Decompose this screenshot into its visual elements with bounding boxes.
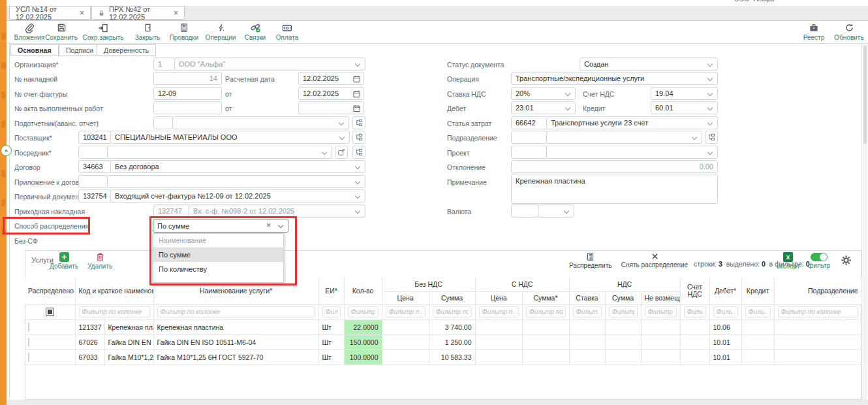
filter-price2-input[interactable] <box>479 306 519 317</box>
accountable-name-field[interactable] <box>172 116 349 129</box>
add-row-button[interactable]: Добавить <box>50 252 78 270</box>
chevron-down-icon[interactable] <box>339 120 344 125</box>
tab-usl-document[interactable]: УСЛ №14 от 12.02.2025 × <box>9 6 91 20</box>
project-name-field[interactable] <box>546 146 718 159</box>
tab-prh-document[interactable]: ПРХ №42 от 12.02.2025 × <box>91 6 185 20</box>
act-no-field[interactable] <box>153 101 222 114</box>
tab-signatures[interactable]: Подписи <box>59 44 101 56</box>
tab-power-of-attorney[interactable]: Доверенность <box>97 44 156 56</box>
links-button[interactable]: Связки <box>239 22 271 41</box>
operations-button[interactable]: Операции <box>202 22 239 41</box>
calendar-icon[interactable] <box>353 105 360 112</box>
filter-debit-input[interactable] <box>713 306 738 317</box>
delete-row-button[interactable]: Удалить <box>87 252 112 270</box>
org-name-field[interactable]: ООО "Альфа" <box>174 57 365 71</box>
refresh-button[interactable]: Обновить <box>831 22 867 41</box>
invoice-no-field[interactable]: 14 <box>153 72 222 85</box>
department-code-field[interactable] <box>511 131 547 144</box>
payment-button[interactable]: Оплата <box>271 22 303 41</box>
filter-price1-input[interactable] <box>386 306 426 317</box>
postings-button[interactable]: Проводки <box>166 22 202 41</box>
debit-field[interactable]: 23.01 <box>511 101 576 114</box>
row-checkbox[interactable] <box>28 338 29 347</box>
filter-credit-input[interactable] <box>745 306 771 317</box>
vat-account-field[interactable]: 19.04 <box>651 87 718 100</box>
act-date-field[interactable] <box>298 101 364 114</box>
grid-settings-button[interactable] <box>841 255 852 266</box>
supplier-code-field[interactable]: 103241 <box>78 131 111 144</box>
table-row[interactable]: 121337 Крепежная пластина Крепежная плас… <box>25 319 861 334</box>
annex-code-field[interactable] <box>78 175 108 188</box>
note-textarea[interactable]: Крепежная пластина <box>511 174 718 204</box>
primary-doc-name-field[interactable]: Входящий счет-фактура №12-09 от 12.02.20… <box>110 189 365 202</box>
primary-doc-code-field[interactable]: 132754 <box>78 189 111 202</box>
operation-field[interactable]: Транспортные/экспедиционные услуги <box>511 72 718 85</box>
sf-date-field[interactable]: 12.02.2025 <box>298 87 364 100</box>
contract-name-field[interactable]: Без договора <box>110 160 365 173</box>
filter-name-input[interactable] <box>157 306 315 317</box>
chevron-down-icon[interactable] <box>355 208 360 214</box>
chevron-down-icon[interactable] <box>564 208 569 214</box>
save-button[interactable]: Сохранить <box>46 22 77 41</box>
sidebar-icon[interactable] <box>1 33 6 40</box>
close-icon[interactable]: × <box>80 10 84 16</box>
org-code-field[interactable]: 1 <box>153 57 175 71</box>
chevron-down-icon[interactable] <box>355 61 360 67</box>
deviation-field[interactable]: 0.00 <box>511 160 718 173</box>
chevron-down-icon[interactable] <box>565 105 570 110</box>
row-checkbox[interactable] <box>28 353 29 362</box>
chevron-down-icon[interactable] <box>707 120 713 125</box>
calc-date-field[interactable]: 12.02.2025 <box>298 72 364 85</box>
sidebar-icon[interactable] <box>1 91 6 99</box>
filter-sum3-input[interactable] <box>609 306 638 317</box>
accountable-code-field[interactable] <box>153 116 173 129</box>
chevron-down-icon[interactable] <box>707 91 713 96</box>
supplier-tree-button[interactable] <box>352 131 365 144</box>
toggle-on-icon[interactable] <box>811 253 828 261</box>
vat-rate-field[interactable]: 20% <box>511 87 576 100</box>
sidebar-icon[interactable] <box>1 121 6 128</box>
status-field[interactable]: Создан <box>580 57 718 71</box>
table-row[interactable]: 67033 Гайка М10*1,25 6Н Г... Гайка М10*1… <box>25 349 861 364</box>
filter-toggle[interactable]: фильтр <box>808 253 830 269</box>
intermediary-code-field[interactable] <box>78 146 108 159</box>
incoming-code-field[interactable]: 132747 <box>153 204 189 218</box>
department-name-field[interactable] <box>546 131 702 144</box>
chevron-down-icon[interactable] <box>355 164 360 169</box>
calendar-icon[interactable] <box>353 90 360 98</box>
incoming-name-field[interactable]: Вх. с-ф. №098-2 от 12.02.2025 <box>189 204 365 218</box>
filter-sum1-input[interactable] <box>433 306 472 317</box>
currency-name-field[interactable] <box>538 204 574 218</box>
filter-department-input[interactable] <box>778 306 858 317</box>
attachments-button[interactable]: Вложения <box>13 22 46 41</box>
department-tree-button[interactable] <box>705 131 718 144</box>
supplier-name-field[interactable]: СПЕЦИАЛЬНЫЕ МАТЕРИАЛЫ ООО <box>110 131 350 144</box>
chevron-down-icon[interactable] <box>565 91 570 96</box>
intermediary-name-field[interactable] <box>107 146 332 159</box>
registry-button[interactable]: Реестр <box>798 22 830 41</box>
chevron-down-icon[interactable] <box>707 150 713 155</box>
filter-vat-account-input[interactable] <box>684 306 706 317</box>
close-icon[interactable]: × <box>174 10 178 16</box>
distribute-button[interactable]: Распределить <box>569 252 612 269</box>
filter-unit-input[interactable] <box>322 306 341 317</box>
table-row[interactable]: 67026 Гайка DIN EN ISO 10... Гайка DIN E… <box>25 334 861 349</box>
filter-code-input[interactable] <box>79 306 150 317</box>
chevron-down-icon[interactable] <box>355 193 360 199</box>
filter-nonrefund-input[interactable] <box>645 306 677 317</box>
calendar-icon[interactable] <box>353 75 360 83</box>
intermediary-open-button[interactable] <box>335 146 348 159</box>
sidebar-icon[interactable] <box>1 199 6 206</box>
credit-field[interactable]: 60.01 <box>651 101 718 114</box>
cost-item-code-field[interactable]: 66642 <box>511 116 547 129</box>
scrollbar-thumb[interactable] <box>863 46 867 144</box>
contract-code-field[interactable]: 34663 <box>78 160 111 173</box>
annex-name-field[interactable] <box>107 175 365 188</box>
accountable-tree-button[interactable] <box>352 116 365 129</box>
chevron-down-icon[interactable] <box>322 150 327 155</box>
chevron-down-icon[interactable] <box>692 135 697 140</box>
select-all-checkbox[interactable] <box>46 308 54 316</box>
chevron-down-icon[interactable] <box>707 105 713 110</box>
row-checkbox[interactable] <box>28 323 29 332</box>
sidebar-icon[interactable] <box>1 62 6 69</box>
